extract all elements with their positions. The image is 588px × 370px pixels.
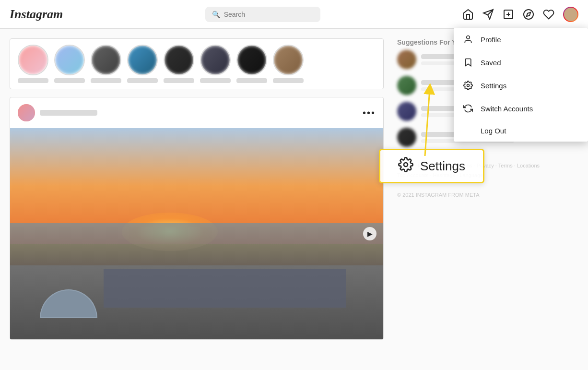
dropdown-saved[interactable]: Saved (454, 51, 588, 74)
dropdown-settings[interactable]: Settings (454, 74, 588, 97)
footer-copyright: © 2021 INSTAGRAM FROM META (397, 192, 578, 198)
story-label (18, 78, 48, 83)
story-item[interactable] (273, 45, 304, 83)
story-item[interactable] (200, 45, 231, 83)
story-avatar (200, 45, 231, 75)
svg-point-7 (404, 163, 408, 167)
suggestion-avatar (397, 102, 416, 121)
dropdown-switch-accounts[interactable]: Switch Accounts (454, 97, 588, 120)
story-item[interactable] (18, 45, 48, 83)
svg-point-5 (467, 36, 470, 39)
heart-icon[interactable] (543, 9, 554, 20)
instagram-logo: Instagram (10, 7, 63, 22)
profile-icon (462, 35, 474, 44)
story-label (236, 78, 267, 83)
story-label (54, 78, 85, 83)
search-bar[interactable]: 🔍 (205, 7, 320, 22)
post-avatar (18, 104, 35, 121)
story-item[interactable] (164, 45, 194, 83)
feed: ••• ▶ (10, 38, 384, 340)
suggestion-avatar (397, 76, 416, 95)
story-avatar (164, 45, 194, 75)
post-container: ••• ▶ (10, 97, 384, 340)
svg-marker-4 (527, 12, 530, 16)
user-avatar[interactable] (563, 7, 578, 22)
story-item[interactable] (236, 45, 267, 83)
post-user (18, 104, 97, 121)
dropdown-menu: Profile Saved Settings Switch Accounts L… (454, 28, 588, 142)
suggestion-avatar (397, 128, 416, 147)
suggestion-avatar (397, 50, 416, 69)
post-header: ••• (10, 97, 383, 128)
switch-accounts-label: Switch Accounts (481, 105, 533, 113)
story-item[interactable] (127, 45, 158, 83)
story-label (273, 78, 304, 83)
stories-container (10, 38, 384, 89)
footer-link[interactable]: Locations (517, 163, 540, 168)
svg-point-6 (467, 84, 470, 87)
dropdown-logout[interactable]: Log Out (454, 120, 588, 142)
story-avatar (18, 45, 48, 75)
story-label (91, 78, 121, 83)
post-image: ▶ (10, 128, 383, 339)
story-avatar (236, 45, 267, 75)
footer-link[interactable]: Terms (498, 163, 513, 168)
settings-highlight-icon (398, 157, 413, 176)
building-complex (104, 269, 346, 308)
settings-highlight-text: Settings (420, 159, 465, 174)
switch-accounts-icon (462, 104, 474, 113)
header: Instagram 🔍 (0, 0, 588, 29)
svg-point-3 (524, 10, 533, 19)
story-avatar (54, 45, 85, 75)
story-label (127, 78, 158, 83)
saved-label: Saved (481, 59, 501, 67)
story-item[interactable] (91, 45, 121, 83)
settings-icon (462, 81, 474, 90)
send-icon[interactable] (482, 9, 494, 20)
post-next-button[interactable]: ▶ (363, 227, 376, 240)
story-item[interactable] (54, 45, 85, 83)
dropdown-profile[interactable]: Profile (454, 28, 588, 51)
dome-building (40, 289, 97, 318)
add-post-icon[interactable] (503, 9, 514, 20)
search-icon: 🔍 (212, 11, 220, 18)
logout-label: Log Out (481, 127, 506, 135)
home-icon[interactable] (462, 9, 474, 20)
search-input[interactable] (224, 11, 314, 18)
post-more-button[interactable]: ••• (363, 107, 376, 119)
story-avatar (273, 45, 304, 75)
nav-icons (462, 7, 578, 22)
settings-highlight-box: Settings (379, 149, 484, 183)
profile-label: Profile (481, 36, 501, 44)
saved-icon (462, 58, 474, 67)
story-label (164, 78, 194, 83)
post-username-bar (40, 110, 97, 116)
compass-icon[interactable] (523, 9, 534, 20)
story-avatar (127, 45, 158, 75)
city-scene (10, 128, 383, 339)
story-avatar (91, 45, 121, 75)
settings-label: Settings (481, 82, 506, 90)
story-label (200, 78, 231, 83)
